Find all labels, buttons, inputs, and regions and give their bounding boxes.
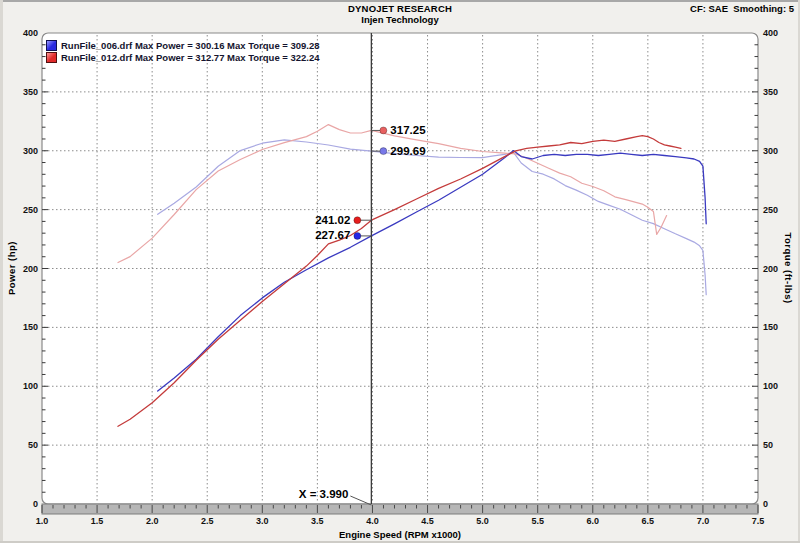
y-axis-left-tick-label: 350 <box>8 87 38 97</box>
y-axis-right-tick-label: 350 <box>763 87 793 97</box>
legend: RunFile_006.drf Max Power = 300.16 Max T… <box>46 39 320 63</box>
y-axis-left-tick-label: 200 <box>8 264 38 274</box>
x-axis-tick-label: 6.0 <box>580 516 606 526</box>
legend-color-swatch <box>46 40 57 51</box>
x-axis-tick-label: 3.5 <box>304 516 330 526</box>
y-axis-right-tick-label: 400 <box>763 28 793 38</box>
cursor-marker-dot[interactable] <box>380 148 387 155</box>
legend-row: RunFile_006.drf Max Power = 300.16 Max T… <box>46 39 320 51</box>
y-axis-left-tick-label: 50 <box>8 440 38 450</box>
y-axis-left-tick-label: 400 <box>8 28 38 38</box>
cursor-value-torque-run2: 317.25 <box>390 124 425 136</box>
legend-run-label: RunFile_006.drf Max Power = 300.16 Max T… <box>61 40 320 51</box>
y-axis-left-tick-label: 250 <box>8 205 38 215</box>
y-axis-left-tick-label: 150 <box>8 322 38 332</box>
y-axis-left-tick-label: 0 <box>8 499 38 509</box>
legend-color-swatch <box>46 52 57 63</box>
y-axis-right-tick-label: 0 <box>763 499 793 509</box>
x-axis-tick-label: 7.0 <box>690 516 716 526</box>
x-axis-tick-label: 3.0 <box>249 516 275 526</box>
y-axis-right-tick-label: 300 <box>763 146 793 156</box>
legend-row: RunFile_012.drf Max Power = 312.77 Max T… <box>46 51 320 63</box>
x-axis-tick-label: 6.5 <box>635 516 661 526</box>
plot-canvas <box>0 0 800 543</box>
x-axis-tick-label: 2.0 <box>139 516 165 526</box>
cursor-marker-dot[interactable] <box>354 217 361 224</box>
x-axis-tick-label: 5.0 <box>470 516 496 526</box>
legend-run-label: RunFile_012.drf Max Power = 312.77 Max T… <box>61 52 320 63</box>
x-axis-tick-label: 4.5 <box>415 516 441 526</box>
x-axis-tick-label: 7.5 <box>745 516 771 526</box>
cursor-x-label: X = 3.990 <box>299 488 349 500</box>
y-axis-right-tick-label: 150 <box>763 322 793 332</box>
x-axis-ruler <box>42 504 758 514</box>
x-axis-tick-label: 4.0 <box>359 516 385 526</box>
y-axis-left-tick-label: 100 <box>8 381 38 391</box>
x-axis-tick-label: 5.5 <box>525 516 551 526</box>
y-axis-right-tick-label: 200 <box>763 264 793 274</box>
y-axis-right-tick-label: 250 <box>763 205 793 215</box>
y-axis-left-tick-label: 300 <box>8 146 38 156</box>
x-axis-tick-label: 1.0 <box>29 516 55 526</box>
x-axis-title: Engine Speed (RPM x1000) <box>0 529 800 540</box>
cursor-marker-dot[interactable] <box>354 232 361 239</box>
cursor-value-torque-run1: 299.69 <box>390 145 425 157</box>
cursor-marker-dot[interactable] <box>380 127 387 134</box>
cursor-value-power-run1: 227.67 <box>315 229 350 241</box>
y-axis-right-tick-label: 50 <box>763 440 793 450</box>
cursor-value-power-run2: 241.02 <box>315 214 350 226</box>
x-axis-tick-label: 1.5 <box>84 516 110 526</box>
dyno-graph-window: DYNOJET RESEARCH Injen Technology CF: SA… <box>0 0 800 543</box>
x-axis-tick-label: 2.5 <box>194 516 220 526</box>
y-axis-right-tick-label: 100 <box>763 381 793 391</box>
